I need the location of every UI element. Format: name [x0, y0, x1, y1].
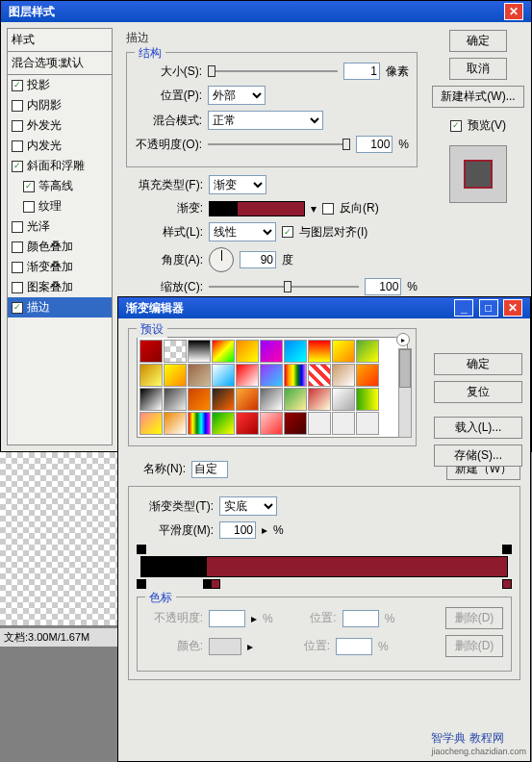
filltype-row: 填充类型(F): 渐变	[126, 175, 418, 194]
angle-input[interactable]	[240, 251, 276, 268]
layer-style-titlebar[interactable]: 图层样式 ✕	[1, 1, 531, 22]
load-button[interactable]: 载入(L)...	[434, 417, 522, 439]
delete-button[interactable]: 删除(D)	[445, 607, 503, 629]
opacity-stop-row: 不透明度: ▸ % 位置: % 删除(D)	[145, 607, 503, 629]
effect-contour[interactable]: 等高线	[8, 176, 112, 196]
size-input[interactable]	[343, 63, 380, 80]
color-swatch[interactable]	[209, 638, 241, 655]
presets-menu-icon[interactable]: ▸	[396, 333, 410, 346]
smooth-input[interactable]	[219, 521, 256, 539]
checkbox-icon[interactable]	[12, 282, 23, 293]
effect-inner-glow[interactable]: 内发光	[8, 136, 112, 156]
checkbox-icon[interactable]	[12, 161, 23, 172]
chevron-down-icon[interactable]: ▸	[262, 523, 267, 537]
effect-texture[interactable]: 纹理	[8, 196, 112, 216]
angle-row: 角度(A): 度	[126, 247, 418, 272]
scale-input[interactable]	[365, 278, 401, 295]
reverse-checkbox[interactable]	[322, 203, 334, 215]
gradient-editor-dialog: 渐变编辑器 _ □ ✕ 确定 复位 载入(L)... 存储(S)... 预设 ▸…	[117, 296, 531, 762]
checkbox-icon[interactable]	[12, 262, 23, 273]
newstyle-button[interactable]: 新建样式(W)...	[432, 86, 523, 108]
layer-style-title: 图层样式	[9, 4, 55, 20]
minimize-icon[interactable]: _	[454, 299, 473, 317]
opacity-stop[interactable]	[137, 545, 146, 554]
chevron-down-icon[interactable]: ▾	[311, 202, 317, 216]
opacity-input[interactable]	[356, 136, 393, 153]
color-stop[interactable]	[502, 579, 512, 589]
angle-dial[interactable]	[209, 247, 234, 272]
cancel-button[interactable]: 取消	[449, 58, 507, 80]
checkbox-icon[interactable]	[23, 201, 35, 213]
ok-button[interactable]: 确定	[434, 353, 522, 375]
effect-grad-overlay[interactable]: 渐变叠加	[8, 257, 112, 277]
maximize-icon[interactable]: □	[479, 299, 498, 317]
structure-legend: 结构	[135, 45, 165, 62]
checkbox-icon[interactable]	[12, 241, 23, 253]
canvas[interactable]	[0, 452, 117, 625]
blend-options[interactable]: 混合选项:默认	[8, 52, 112, 75]
ok-button[interactable]: 确定	[449, 30, 507, 52]
opacity-stop-input	[209, 610, 245, 627]
checkbox-icon[interactable]	[12, 302, 23, 314]
effect-inner-shadow[interactable]: 内阴影	[8, 95, 112, 115]
close-icon[interactable]: ✕	[503, 299, 522, 317]
gradient-editor-title: 渐变编辑器	[126, 300, 184, 317]
style-select[interactable]: 线性	[209, 222, 276, 241]
size-slider[interactable]	[208, 64, 338, 79]
color-stop[interactable]	[137, 579, 146, 589]
opacity-row: 不透明度(O): %	[135, 136, 409, 153]
checkbox-icon[interactable]	[23, 181, 35, 192]
scale-row: 缩放(C): %	[126, 278, 418, 295]
opacity-slider[interactable]	[208, 137, 350, 152]
save-button[interactable]: 存储(S)...	[434, 444, 522, 467]
presets-scrollbar[interactable]	[398, 348, 412, 438]
preset-grid[interactable]	[137, 337, 408, 438]
delete-button[interactable]: 删除(D)	[445, 635, 503, 657]
stops-legend: 色标	[145, 590, 176, 606]
blendmode-select[interactable]: 正常	[208, 111, 323, 130]
gradient-ramp[interactable]	[140, 556, 508, 577]
position-select[interactable]: 外部	[208, 86, 266, 105]
gradtype-select[interactable]: 实底	[219, 496, 277, 516]
presets-box: 预设 ▸	[128, 328, 417, 446]
gradient-editor-buttons: 确定 复位 载入(L)... 存储(S)...	[434, 353, 522, 467]
gradient-swatch[interactable]	[209, 201, 305, 216]
presets-legend: 预设	[137, 321, 167, 338]
scale-slider[interactable]	[209, 279, 359, 294]
gradient-editor-titlebar[interactable]: 渐变编辑器 _ □ ✕	[118, 297, 530, 318]
chevron-down-icon: ▸	[251, 612, 257, 625]
color-stop-row: 颜色: ▸ 位置: % 删除(D)	[145, 635, 503, 657]
color-stop[interactable]	[211, 579, 220, 589]
effect-bevel[interactable]: 斜面和浮雕	[8, 156, 112, 176]
stops-fieldset: 色标 不透明度: ▸ % 位置: % 删除(D) 颜色: ▸ 位置:	[137, 597, 512, 672]
checkbox-icon[interactable]	[12, 100, 23, 112]
name-input[interactable]	[191, 461, 228, 478]
checkbox-icon[interactable]	[12, 140, 23, 152]
checkbox-icon[interactable]	[12, 80, 23, 91]
checkbox-icon[interactable]	[12, 221, 23, 233]
color-pos-input	[336, 638, 372, 655]
close-icon[interactable]: ✕	[504, 3, 523, 20]
effect-satin[interactable]: 光泽	[8, 216, 112, 237]
effect-stroke[interactable]: 描边	[8, 297, 112, 318]
align-checkbox[interactable]	[282, 226, 293, 238]
effect-drop-shadow[interactable]: 投影	[8, 75, 112, 95]
filltype-select[interactable]: 渐变	[209, 175, 266, 194]
blendmode-row: 混合模式: 正常	[135, 111, 409, 130]
reset-button[interactable]: 复位	[434, 381, 522, 403]
status-bar: 文档:3.00M/1.67M	[0, 627, 117, 647]
gradtype-row: 渐变类型(T): 实底	[137, 496, 512, 516]
structure-fieldset: 结构 大小(S): 像素 位置(P): 外部 混合模式: 正常 不透明度(O):	[126, 52, 418, 167]
chevron-down-icon: ▸	[247, 640, 253, 653]
effect-pattern-overlay[interactable]: 图案叠加	[8, 277, 112, 297]
checkbox-icon[interactable]	[12, 120, 23, 132]
panel-title: 描边	[126, 30, 418, 46]
preview-checkbox[interactable]	[450, 120, 462, 132]
styles-header[interactable]: 样式	[8, 29, 112, 52]
opacity-pos-input	[342, 610, 379, 627]
size-row: 大小(S): 像素	[135, 63, 409, 80]
opacity-stop[interactable]	[502, 545, 512, 554]
effect-outer-glow[interactable]: 外发光	[8, 115, 112, 136]
effect-color-overlay[interactable]: 颜色叠加	[8, 237, 112, 257]
effects-list: 样式 混合选项:默认 投影 内阴影 外发光 内发光 斜面和浮雕 等高线 纹理 光…	[7, 28, 113, 445]
